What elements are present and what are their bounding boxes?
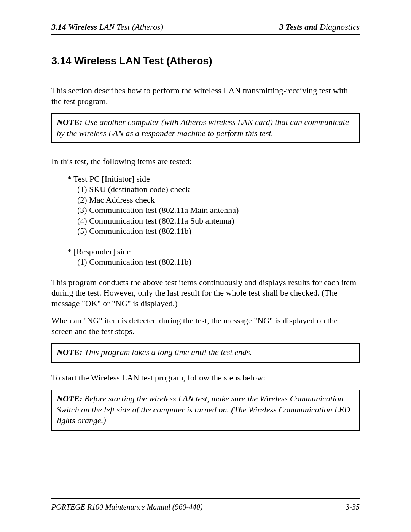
responder-list: * [Responder] side (1) Communication tes… <box>67 246 360 267</box>
results-paragraph: This program conducts the above test ite… <box>51 277 360 309</box>
list-item: (3) Communication test (802.11a Main ant… <box>77 205 360 216</box>
note-box-1: NOTE: Use another computer (with Atheros… <box>51 113 360 143</box>
header-right: 3 Tests and Diagnostics <box>279 22 360 32</box>
note-text: Before starting the wireless LAN test, m… <box>57 394 350 425</box>
start-steps-paragraph: To start the Wireless LAN test program, … <box>51 372 360 383</box>
note-text: Use another computer (with Atheros wirel… <box>57 117 349 138</box>
initiator-header: * Test PC [Initiator] side <box>67 174 360 184</box>
header-left-rest: LAN Test (Atheros) <box>97 22 163 32</box>
list-item: (1) SKU (destination code) check <box>77 184 360 195</box>
list-item: (1) Communication test (802.11b) <box>77 257 360 267</box>
running-header: 3.14 Wireless LAN Test (Atheros) 3 Tests… <box>51 22 360 34</box>
header-wireless: Wireless <box>68 22 97 32</box>
tested-items-intro: In this test, the following items are te… <box>51 156 360 167</box>
note-box-3: NOTE: Before starting the wireless LAN t… <box>51 390 360 431</box>
footer-manual-title: PORTEGE R100 Maintenance Manual (960-440… <box>51 503 203 511</box>
page: 3.14 Wireless LAN Test (Atheros) 3 Tests… <box>0 0 411 532</box>
ng-paragraph: When an "NG" item is detected during the… <box>51 315 360 336</box>
header-tests: Tests and <box>285 22 317 32</box>
list-item: (2) Mac Address check <box>77 195 360 205</box>
header-chapter-num: 3 <box>279 22 286 32</box>
responder-header: * [Responder] side <box>67 246 360 257</box>
note-text: This program takes a long time until the… <box>82 347 252 357</box>
list-item: (4) Communication test (802.11a Sub ante… <box>77 216 360 226</box>
footer-rule <box>51 498 360 499</box>
running-footer: PORTEGE R100 Maintenance Manual (960-440… <box>51 503 360 511</box>
header-left: 3.14 Wireless LAN Test (Atheros) <box>51 22 163 32</box>
header-diagnostics: Diagnostics <box>317 22 360 32</box>
section-heading: 3.14 Wireless LAN Test (Atheros) <box>51 55 360 67</box>
note-box-2: NOTE: This program takes a long time unt… <box>51 343 360 363</box>
header-rule <box>51 34 360 35</box>
footer-page-number: 3-35 <box>346 503 360 511</box>
note-label: NOTE: <box>57 347 82 357</box>
header-section-number: 3.14 <box>51 22 66 32</box>
initiator-list: * Test PC [Initiator] side (1) SKU (dest… <box>67 174 360 236</box>
note-label: NOTE: <box>57 394 82 403</box>
intro-paragraph: This section describes how to perform th… <box>51 85 360 106</box>
note-label: NOTE: <box>57 117 82 127</box>
list-item: (5) Communication test (802.11b) <box>77 226 360 236</box>
